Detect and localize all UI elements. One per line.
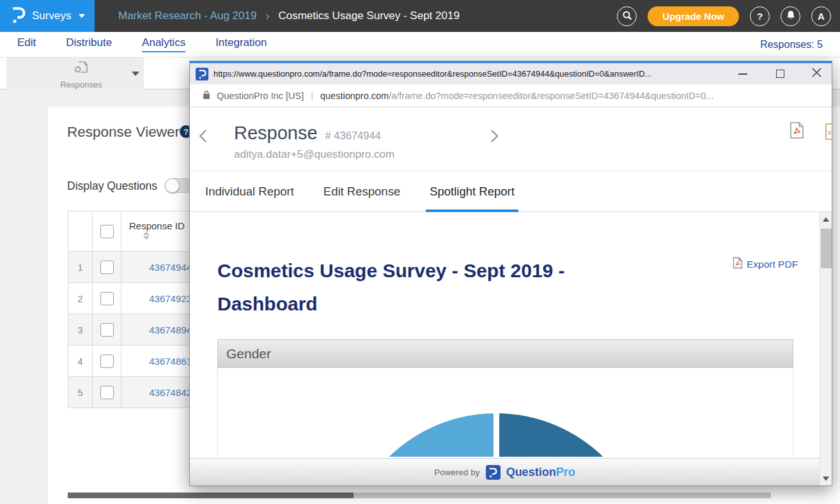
questionpro-footer-logo-icon	[486, 465, 501, 480]
spotlight-report-content: Cosmetics Usage Survey - Sept 2019 - Das…	[190, 212, 832, 458]
pdf-file-icon	[733, 257, 743, 271]
search-icon	[622, 10, 632, 22]
responses-toolbar-button[interactable]: Responses	[6, 57, 144, 89]
chevron-down-icon	[79, 14, 85, 18]
tab-integration[interactable]: Integration	[215, 36, 267, 52]
response-id-link[interactable]: 43674861	[121, 346, 195, 377]
popup-tabs: Individual Report Edit Response Spotligh…	[190, 171, 832, 212]
survey-nav: Edit Distribute Analytics Integration Re…	[0, 32, 840, 57]
breadcrumb-parent-link[interactable]: Market Research - Aug 2019	[118, 10, 256, 22]
next-response-button[interactable]	[490, 129, 499, 146]
vertical-scrollbar-thumb[interactable]	[821, 229, 832, 268]
table-row: 4 43674861	[68, 346, 195, 377]
pie-slice-left[interactable]	[343, 413, 494, 457]
display-questions-label: Display Questions	[67, 179, 157, 193]
row-number: 2	[68, 283, 93, 314]
tab-individual-report[interactable]: Individual Report	[205, 171, 294, 211]
chevron-down-icon	[132, 72, 139, 76]
popup-url: https://www.questionpro.com/a/frame.do?m…	[214, 69, 719, 79]
row-checkbox[interactable]	[100, 292, 114, 305]
popup-titlebar[interactable]: https://www.questionpro.com/a/frame.do?m…	[190, 61, 832, 84]
previous-response-button[interactable]	[199, 129, 207, 146]
notifications-button[interactable]	[781, 6, 800, 26]
cert-org-label: QuestionPro Inc [US]	[217, 91, 304, 101]
tab-spotlight-report[interactable]: Spotlight Report	[430, 171, 515, 211]
horizontal-scrollbar[interactable]	[68, 493, 771, 498]
export-doc-icon[interactable]: x	[825, 123, 832, 143]
upgrade-now-button[interactable]: Upgrade Now	[648, 6, 739, 26]
breadcrumb-separator-icon: ›	[265, 10, 269, 23]
sort-icon[interactable]	[143, 232, 150, 240]
powered-by-label: Powered by	[434, 468, 479, 477]
scroll-down-arrow[interactable]	[820, 473, 832, 484]
address-path: /a/frame.do?mode=responseeditor&response…	[389, 91, 713, 101]
minimize-icon	[738, 73, 747, 75]
maximize-icon	[776, 70, 784, 78]
row-checkbox[interactable]	[100, 355, 114, 368]
toggle-knob	[165, 178, 180, 193]
row-number: 3	[68, 314, 93, 346]
row-number-header	[68, 211, 93, 252]
breadcrumb: Market Research - Aug 2019 › Cosmetics U…	[118, 0, 460, 32]
questionpro-favicon	[196, 68, 208, 80]
tab-distribute[interactable]: Distribute	[66, 36, 112, 52]
gender-chart-area	[217, 368, 793, 457]
bell-icon	[786, 10, 796, 22]
gender-section: Gender	[217, 339, 793, 457]
response-id-header[interactable]: Response ID	[121, 211, 195, 252]
popup-vertical-scrollbar[interactable]	[820, 212, 832, 485]
report-title: Cosmetics Usage Survey - Sept 2019 - Das…	[217, 254, 636, 321]
powered-by-footer: Powered by QuestionPro	[190, 458, 820, 485]
responses-icon	[73, 59, 89, 79]
avatar[interactable]: A	[811, 6, 831, 26]
response-id-label: # 43674944	[325, 130, 381, 141]
row-number: 4	[68, 346, 93, 377]
pie-slice-right[interactable]	[499, 413, 649, 457]
topbar-actions: Upgrade Now ? A	[617, 0, 831, 32]
response-editor-popup: https://www.questionpro.com/a/frame.do?m…	[189, 61, 832, 486]
response-id-link[interactable]: 43674842	[121, 377, 195, 408]
surveys-menu[interactable]: Surveys	[0, 0, 95, 32]
close-button[interactable]	[804, 63, 829, 84]
response-id-link[interactable]: 43674944	[121, 252, 195, 283]
maximize-button[interactable]	[767, 63, 793, 84]
tab-edit[interactable]: Edit	[17, 36, 36, 52]
export-pdf-icon[interactable]	[789, 121, 804, 142]
response-id-link[interactable]: 43674894	[121, 314, 195, 346]
tab-analytics[interactable]: Analytics	[142, 36, 185, 52]
breadcrumb-current: Cosmetics Usage Survey - Sept 2019	[278, 10, 459, 22]
lock-icon	[203, 90, 210, 102]
top-app-bar: Surveys Market Research - Aug 2019 › Cos…	[0, 0, 840, 32]
help-button[interactable]: ?	[750, 6, 770, 26]
table-header-row: Response ID	[68, 211, 195, 252]
gender-pie	[343, 413, 649, 457]
select-all-cell	[93, 211, 121, 252]
export-pdf-link[interactable]: Export PDF	[733, 257, 798, 271]
response-header: Response# 43674944 aditya.datar+5@questi…	[190, 107, 832, 171]
row-number: 1	[68, 252, 93, 283]
page-title: Response Viewer	[67, 124, 180, 141]
export-pdf-label: Export PDF	[747, 259, 798, 270]
address-domain: questionpro.com	[320, 91, 389, 101]
table-row: 1 43674944	[68, 252, 195, 283]
table-row: 3 43674894	[68, 314, 195, 346]
tab-edit-response[interactable]: Edit Response	[323, 171, 400, 211]
responses-table: Response ID 1 43674944 2 43674923 3 4367…	[68, 211, 195, 408]
response-title: Response# 43674944	[234, 123, 381, 144]
row-number: 5	[68, 377, 93, 408]
response-id-link[interactable]: 43674923	[121, 283, 195, 314]
scroll-up-arrow[interactable]	[820, 213, 832, 225]
horizontal-scrollbar-thumb[interactable]	[68, 493, 354, 498]
responses-count: Responses: 5	[760, 32, 823, 57]
surveys-menu-label: Surveys	[32, 10, 71, 22]
gender-section-header: Gender	[217, 339, 793, 368]
row-checkbox[interactable]	[100, 386, 114, 399]
search-button[interactable]	[617, 6, 637, 26]
select-all-checkbox[interactable]	[100, 225, 114, 238]
table-row: 2 43674923	[68, 283, 195, 314]
questionpro-logo-icon	[12, 6, 26, 26]
row-checkbox[interactable]	[100, 323, 114, 337]
row-checkbox[interactable]	[100, 261, 114, 274]
popup-addressbar[interactable]: QuestionPro Inc [US] | questionpro.com /…	[190, 84, 832, 107]
minimize-button[interactable]	[730, 63, 756, 84]
